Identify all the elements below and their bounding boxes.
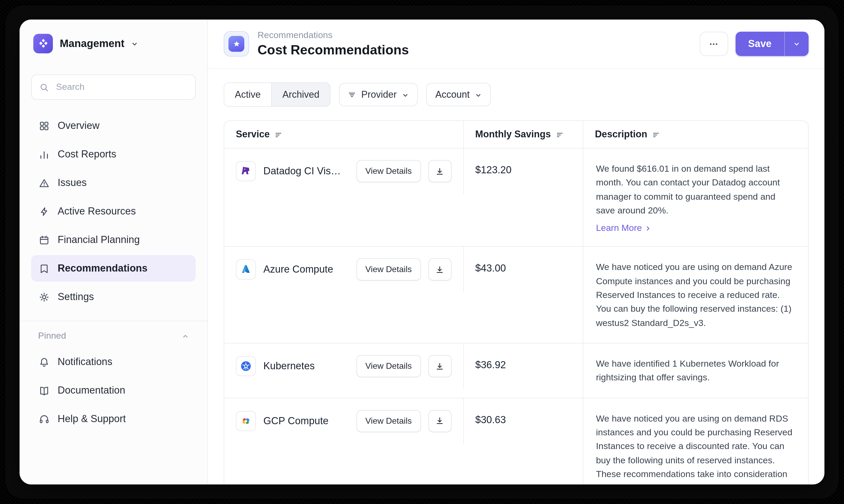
page-icon-badge xyxy=(224,31,249,56)
view-details-button[interactable]: View Details xyxy=(357,258,421,281)
view-details-button[interactable]: View Details xyxy=(357,160,421,182)
save-split-button: Save xyxy=(735,32,809,56)
sidebar-item-active-resources[interactable]: Active Resources xyxy=(31,198,196,224)
chevron-down-icon xyxy=(132,40,138,47)
gcp-icon xyxy=(240,415,252,427)
save-dropdown-button[interactable] xyxy=(784,32,809,56)
download-button[interactable] xyxy=(428,355,451,377)
breadcrumb: Recommendations xyxy=(258,30,409,41)
pinned-nav: Notifications Documentation Help & Suppo… xyxy=(31,349,196,432)
provider-filter-label: Provider xyxy=(361,89,397,100)
star-badge-icon xyxy=(228,36,244,52)
bookmark-icon xyxy=(38,263,50,274)
sidebar-body: Overview Cost Reports Issues Active Reso… xyxy=(20,67,207,484)
workspace-switcher[interactable]: Management xyxy=(20,20,207,67)
service-name: Datadog CI Visibility xyxy=(263,165,342,177)
service-cell: GCP Compute View Details xyxy=(224,398,464,444)
service-icon-tile xyxy=(236,356,256,376)
bolt-icon xyxy=(38,205,50,217)
service-cell: Azure Compute View Details xyxy=(224,247,464,292)
table-row: Datadog CI Visibility View Details $123.… xyxy=(224,148,808,247)
chevron-right-icon xyxy=(645,226,651,231)
description-text: We have identified 1 Kubernetes Workload… xyxy=(596,357,795,385)
ellipsis-icon xyxy=(709,39,719,49)
monthly-savings-value: $30.63 xyxy=(475,414,506,425)
desktop-background: Management Overview Cost Reports Issues … xyxy=(0,0,844,504)
window-frame: Management Overview Cost Reports Issues … xyxy=(5,5,839,499)
download-icon xyxy=(435,265,444,274)
chevron-down-icon xyxy=(475,92,482,98)
table-row: Kubernetes View Details $36.92 We have i… xyxy=(224,343,808,398)
filter-bar: Active Archived Provider Account xyxy=(224,83,809,107)
search-input[interactable] xyxy=(55,82,188,93)
table-row: GCP Compute View Details $30.63 We have … xyxy=(224,398,808,484)
download-icon xyxy=(435,362,444,371)
view-details-button[interactable]: View Details xyxy=(357,410,421,432)
sidebar-item-documentation[interactable]: Documentation xyxy=(31,377,196,403)
description-cell: We have identified 1 Kubernetes Workload… xyxy=(583,343,808,398)
search-icon xyxy=(39,82,49,92)
service-cell: Datadog CI Visibility View Details xyxy=(224,148,464,194)
description-cell: We found $616.01 in on demand spend last… xyxy=(583,148,808,247)
page-content: Active Archived Provider Account xyxy=(208,69,824,484)
column-header-description[interactable]: Description xyxy=(583,121,808,148)
grid-icon xyxy=(38,120,50,131)
description-text: We have noticed you are using on demand … xyxy=(596,261,795,330)
monthly-savings-cell: $30.63 xyxy=(464,398,583,484)
sort-icon[interactable] xyxy=(555,131,564,139)
service-cell: Kubernetes View Details xyxy=(224,343,464,389)
sidebar-item-recommendations[interactable]: Recommendations xyxy=(31,255,196,282)
gear-icon xyxy=(38,291,50,303)
kubernetes-icon xyxy=(240,360,252,372)
page-titles: Recommendations Cost Recommendations xyxy=(258,30,409,58)
table-header-row: Service Monthly Savings Description xyxy=(224,121,808,148)
provider-filter-dropdown[interactable]: Provider xyxy=(339,83,418,106)
app-window: Management Overview Cost Reports Issues … xyxy=(20,20,824,484)
description-text: We have noticed you are using on demand … xyxy=(596,412,795,484)
service-icon-tile xyxy=(236,161,256,181)
description-cell: We have noticed you are using on demand … xyxy=(583,247,808,343)
sidebar-item-help-support[interactable]: Help & Support xyxy=(31,406,196,432)
sidebar-item-cost-reports[interactable]: Cost Reports xyxy=(31,141,196,167)
description-text: We found $616.01 in on demand spend last… xyxy=(596,162,795,218)
sort-icon[interactable] xyxy=(274,131,282,139)
view-details-button[interactable]: View Details xyxy=(357,355,421,377)
star-icon xyxy=(232,40,240,48)
sidebar-item-settings[interactable]: Settings xyxy=(31,284,196,310)
download-button[interactable] xyxy=(428,258,451,281)
sort-icon[interactable] xyxy=(652,131,660,139)
filter-icon xyxy=(348,91,356,98)
warning-icon xyxy=(38,177,50,188)
sidebar-item-overview[interactable]: Overview xyxy=(31,112,196,139)
datadog-icon xyxy=(240,165,252,177)
account-filter-label: Account xyxy=(435,89,470,100)
book-icon xyxy=(38,384,50,396)
sidebar: Management Overview Cost Reports Issues … xyxy=(20,20,208,484)
page-header: Recommendations Cost Recommendations Sav… xyxy=(208,20,824,69)
workspace-name: Management xyxy=(60,37,124,49)
column-header-monthly-savings[interactable]: Monthly Savings xyxy=(464,121,583,148)
calendar-icon xyxy=(38,234,50,246)
save-button[interactable]: Save xyxy=(735,32,784,56)
monthly-savings-value: $36.92 xyxy=(475,359,506,370)
more-button[interactable] xyxy=(699,32,728,56)
recommendations-table: Service Monthly Savings Description xyxy=(224,121,809,484)
pinned-section-header[interactable]: Pinned xyxy=(38,331,189,341)
sidebar-divider xyxy=(20,321,207,321)
tab-active[interactable]: Active xyxy=(224,83,271,106)
page-title: Cost Recommendations xyxy=(258,42,409,58)
sidebar-item-notifications[interactable]: Notifications xyxy=(31,349,196,375)
chevron-up-icon xyxy=(182,332,189,339)
download-button[interactable] xyxy=(428,410,451,432)
tab-archived[interactable]: Archived xyxy=(271,83,330,106)
column-header-service[interactable]: Service xyxy=(224,121,464,148)
monthly-savings-value: $43.00 xyxy=(475,263,506,274)
service-icon-tile xyxy=(236,260,256,280)
account-filter-dropdown[interactable]: Account xyxy=(426,83,491,106)
sidebar-item-financial-planning[interactable]: Financial Planning xyxy=(31,227,196,253)
search-box[interactable] xyxy=(31,74,196,100)
download-button[interactable] xyxy=(428,160,451,182)
pinned-label: Pinned xyxy=(38,331,66,341)
sidebar-item-issues[interactable]: Issues xyxy=(31,169,196,196)
learn-more-link[interactable]: Learn More xyxy=(596,223,651,234)
